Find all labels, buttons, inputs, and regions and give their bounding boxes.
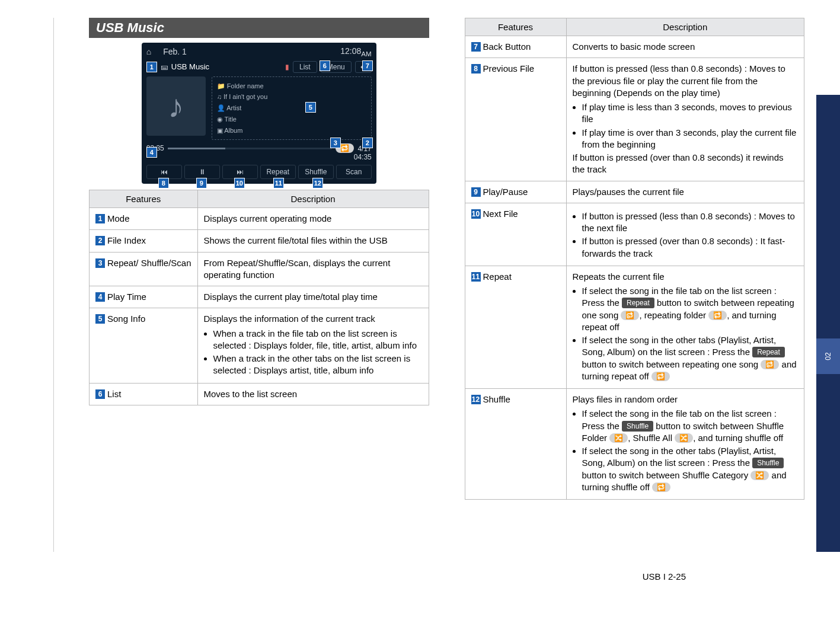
th-description: Description xyxy=(566,18,804,36)
left-column: USB Music ⌂ Feb. 1 12:08AM 1 🖴 USB Music… xyxy=(89,18,429,500)
status-time: 12:08AM xyxy=(340,46,372,57)
next-button[interactable]: ⏭ xyxy=(222,165,258,179)
scan-button[interactable]: Scan xyxy=(336,165,372,179)
callout-8: 8 xyxy=(158,178,169,189)
shuffle-folder-icon: 🔀 xyxy=(609,433,628,443)
callout-3: 3 xyxy=(330,138,341,148)
th-features: Features xyxy=(465,18,566,36)
callout-5: 5 xyxy=(305,102,316,113)
mode-title: USB Music xyxy=(171,62,209,71)
table-row: 11Repeat Repeats the current file If sel… xyxy=(465,266,804,388)
table-row: 6List Moves to the list screen xyxy=(90,383,429,405)
repeat-chip: Repeat xyxy=(622,298,654,308)
usb-icon: 🖴 xyxy=(161,63,168,71)
status-date: Feb. 1 xyxy=(163,47,187,56)
table-row: 8Previous File If button is pressed (les… xyxy=(465,58,804,181)
repeat-button[interactable]: Repeat xyxy=(260,165,296,179)
manual-page: 02 USB Music ⌂ Feb. 1 12:08AM 1 🖴 USB Mu… xyxy=(0,0,840,623)
table-row: 2File Index Shows the current file/total… xyxy=(90,230,429,252)
table-row: 3Repeat/ Shuffle/Scan From Repeat/Shuffl… xyxy=(90,252,429,286)
table-row: 4Play Time Displays the current play tim… xyxy=(90,286,429,308)
repeat-one-icon: 🔂 xyxy=(761,360,779,369)
right-column: Features Description 7Back Button Conver… xyxy=(465,18,805,500)
shuffle-category-icon: 🔀 xyxy=(750,471,769,480)
th-features: Features xyxy=(90,190,198,208)
section-heading: USB Music xyxy=(89,18,429,38)
repeat-one-icon: 🔂 xyxy=(621,311,639,320)
shuffle-button[interactable]: Shuffle xyxy=(298,165,334,179)
shuffle-off-icon: 🔁 xyxy=(652,483,670,492)
features-table-2: Features Description 7Back Button Conver… xyxy=(465,18,805,500)
total-time: 04:35 xyxy=(354,153,372,161)
callout-12: 12 xyxy=(312,178,323,189)
song-info-box: 📁 Folder name ♫ If I ain't got you 👤 Art… xyxy=(212,76,372,140)
table-row: 5Song Info Displays the information of t… xyxy=(90,308,429,383)
usb-music-screenshot: ⌂ Feb. 1 12:08AM 1 🖴 USB Music ▮ List Me… xyxy=(142,43,376,184)
chapter-side-tab: 02 xyxy=(816,95,840,552)
prev-button[interactable]: ⏮ xyxy=(146,165,182,179)
callout-7: 7 xyxy=(362,60,373,71)
album-art: ♪ xyxy=(146,76,206,136)
table-row: 10Next File If button is pressed (less t… xyxy=(465,203,804,266)
shuffle-all-icon: 🔀 xyxy=(675,433,693,443)
repeat-chip: Repeat xyxy=(752,347,785,357)
list-button[interactable]: List xyxy=(293,61,317,73)
callout-4: 4 xyxy=(146,147,157,158)
table-row: 7Back Button Converts to basic mode scre… xyxy=(465,36,804,58)
callout-1: 1 xyxy=(146,62,157,72)
repeat-folder-icon: 🔁 xyxy=(708,311,727,320)
features-table-1: Features Description 1Mode Displays curr… xyxy=(89,190,429,405)
callout-10: 10 xyxy=(234,178,245,189)
battery-icon: ▮ xyxy=(285,63,289,71)
callout-11: 11 xyxy=(273,178,284,189)
progress-bar[interactable] xyxy=(168,148,332,149)
th-description: Description xyxy=(197,190,429,208)
table-row: 12Shuffle Plays files in random order If… xyxy=(465,389,804,500)
callout-6: 6 xyxy=(320,60,330,71)
play-pause-button[interactable]: ⏸ xyxy=(184,165,220,179)
repeat-off-icon: 🔁 xyxy=(651,372,670,381)
shuffle-chip: Shuffle xyxy=(752,458,784,468)
page-footer: USB I 2-25 xyxy=(643,571,686,582)
table-row: 1Mode Displays current operating mode xyxy=(90,208,429,230)
chapter-number: 02 xyxy=(816,338,840,374)
shuffle-chip: Shuffle xyxy=(622,421,653,432)
callout-2: 2 xyxy=(362,138,373,148)
table-row: 9Play/Pause Plays/pauses the current fil… xyxy=(465,181,804,203)
callout-9: 9 xyxy=(196,178,207,189)
home-icon: ⌂ xyxy=(146,47,151,56)
margin-rule xyxy=(53,18,54,552)
